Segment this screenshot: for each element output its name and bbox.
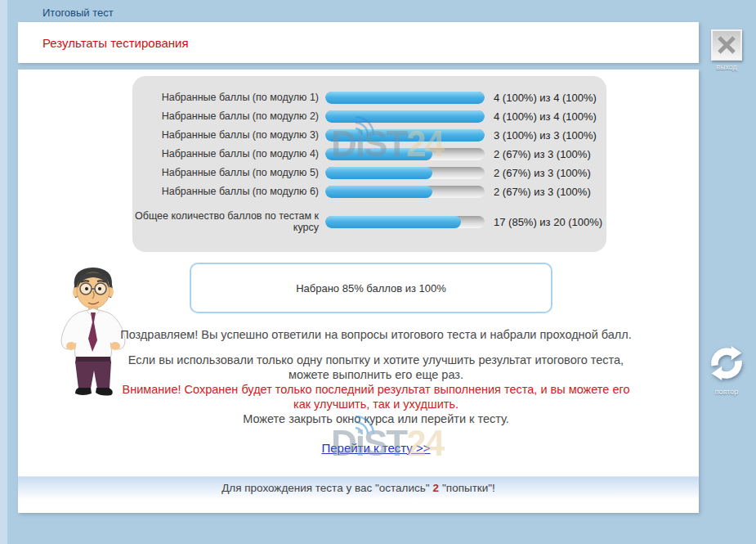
- result-row: Набранные баллы (по модулю 6) 2 (67%) из…: [132, 182, 606, 201]
- progress-bar: [325, 167, 485, 179]
- repeat-button-label: повтор: [703, 388, 750, 396]
- score-summary-box: Набрано 85% баллов из 100%: [190, 263, 552, 313]
- close-info-text: Можете закрыть окно курса или перейти к …: [116, 412, 636, 427]
- result-label: Набранные баллы (по модулю 1): [132, 92, 319, 103]
- progress-bar-fill: [325, 92, 485, 104]
- result-value: 4 (100%) из 4 (100%): [494, 92, 597, 104]
- result-value: 2 (67%) из 3 (100%): [494, 167, 591, 179]
- attempts-prefix: Для прохождения теста у вас "остались": [221, 482, 429, 494]
- result-value: 3 (100%) из 3 (100%): [494, 129, 597, 142]
- go-to-test-link[interactable]: Перейти к тесту >>: [321, 441, 430, 455]
- result-value: 17 (85%) из 20 (100%): [494, 216, 602, 228]
- header-bar: Результаты тестирования: [18, 22, 699, 63]
- result-label: Общее количество баллов по тестам к курс…: [132, 210, 319, 234]
- result-row: Набранные баллы (по модулю 5) 2 (67%) из…: [132, 164, 606, 182]
- results-panel: Набранные баллы (по модулю 1) 4 (100%) и…: [132, 76, 606, 252]
- score-summary-text: Набрано 85% баллов из 100%: [296, 282, 446, 294]
- progress-bar-fill: [325, 186, 432, 198]
- retry-info-text: Если вы использовали только одну попытку…: [116, 353, 636, 383]
- progress-bar: [325, 110, 485, 123]
- result-label: Набранные баллы (по модулю 6): [132, 186, 319, 197]
- result-row: Набранные баллы (по модулю 2) 4 (100%) и…: [132, 107, 606, 126]
- attempts-count: 2: [433, 482, 440, 494]
- progress-bar-fill: [325, 148, 432, 160]
- progress-bar-fill: [325, 110, 485, 123]
- refresh-arrows-icon: [708, 344, 745, 382]
- result-label: Набранные баллы (по модулю 4): [132, 148, 319, 160]
- window-title: Итоговый тест: [42, 7, 114, 19]
- progress-bar-fill: [325, 216, 461, 228]
- repeat-button[interactable]: повтор: [703, 344, 750, 396]
- exit-button[interactable]: выход: [702, 29, 751, 71]
- progress-bar-fill: [325, 167, 432, 179]
- result-row-total: Общее количество баллов по тестам к курс…: [132, 205, 606, 238]
- progress-bar: [325, 129, 485, 142]
- result-value: 2 (67%) из 3 (100%): [494, 186, 591, 198]
- result-label: Набранные баллы (по модулю 3): [132, 129, 319, 141]
- progress-bar: [325, 186, 485, 198]
- progress-bar-fill: [325, 129, 485, 142]
- page: Итоговый тест Результаты тестирования На…: [0, 0, 756, 544]
- result-value: 4 (100%) из 4 (100%): [494, 110, 597, 123]
- progress-bar: [325, 148, 485, 160]
- page-title: Результаты тестирования: [42, 36, 189, 50]
- result-row: Набранные баллы (по модулю 4) 2 (67%) из…: [132, 145, 606, 164]
- content-area: Набранные баллы (по модулю 1) 4 (100%) и…: [18, 70, 699, 513]
- result-label: Набранные баллы (по модулю 2): [132, 110, 319, 122]
- result-value: 2 (67%) из 3 (100%): [494, 148, 591, 160]
- close-x-icon[interactable]: [711, 29, 742, 61]
- result-row: Набранные баллы (по модулю 1) 4 (100%) и…: [132, 88, 606, 107]
- result-label: Набранные баллы (по модулю 5): [132, 167, 319, 178]
- warning-text: Внимание! Сохранен будет только последни…: [116, 383, 636, 412]
- progress-bar: [325, 92, 485, 104]
- result-message: Поздравляем! Вы успешно ответили на вопр…: [116, 328, 636, 456]
- congrats-text: Поздравляем! Вы успешно ответили на вопр…: [116, 328, 636, 343]
- attempts-suffix: "попытки"!: [442, 482, 495, 494]
- exit-button-label: выход: [702, 63, 751, 71]
- left-edge-strip: [0, 0, 7, 544]
- result-row: Набранные баллы (по модулю 3) 3 (100%) и…: [132, 126, 606, 145]
- attempts-bar: Для прохождения теста у вас "остались" 2…: [18, 476, 699, 499]
- progress-bar: [325, 216, 485, 228]
